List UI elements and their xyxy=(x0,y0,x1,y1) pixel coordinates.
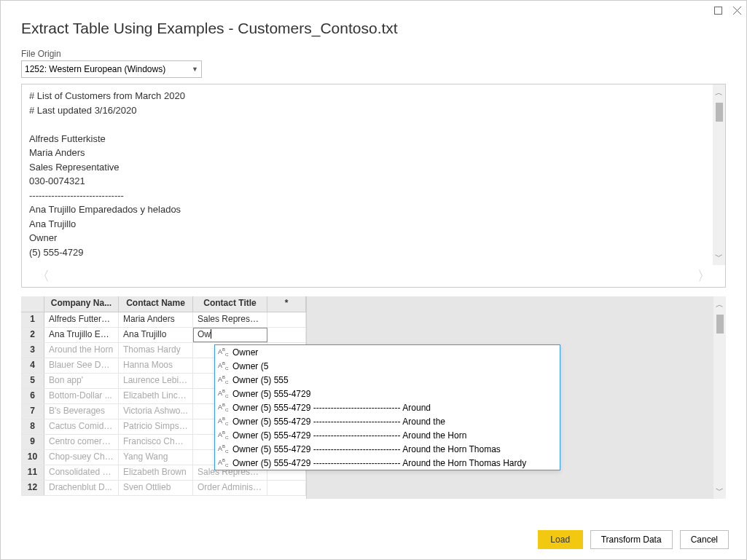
table-row[interactable]: 2Ana Trujillo Em...Ana TrujilloOw xyxy=(21,328,306,343)
autocomplete-text: Owner (5 xyxy=(232,361,268,371)
grid-header-add[interactable]: * xyxy=(267,296,306,312)
autocomplete-item[interactable]: ABCOwner (5) 555-4729 xyxy=(215,387,560,401)
maximize-icon[interactable] xyxy=(714,4,723,13)
row-number: 6 xyxy=(21,389,44,403)
cell-empty[interactable] xyxy=(267,312,306,327)
cell-contact[interactable]: Ana Trujillo xyxy=(119,328,193,342)
autocomplete-text: Owner (5) 555-4729 xyxy=(232,389,310,399)
autocomplete-text: Owner (5) 555-4729 ---------------------… xyxy=(232,403,431,413)
transform-data-button[interactable]: Transform Data xyxy=(590,530,673,549)
scroll-thumb[interactable] xyxy=(716,103,723,122)
scroll-right-icon[interactable]: 〉 xyxy=(697,267,711,285)
row-number: 5 xyxy=(21,374,44,388)
grid-vertical-scrollbar[interactable]: ︿ ﹀ xyxy=(713,296,726,499)
preview-line: # List of Customers from March 2020 xyxy=(29,89,718,103)
cell-contact[interactable]: Francisco Chang xyxy=(119,435,193,449)
file-origin-value: 1252: Western European (Windows) xyxy=(25,64,165,74)
autocomplete-text: Owner (5) 555 xyxy=(232,375,289,385)
preview-line: ------------------------------ xyxy=(29,259,718,264)
cancel-button[interactable]: Cancel xyxy=(680,530,729,549)
preview-line: Sales Representative xyxy=(29,160,718,175)
cell-contact[interactable]: Elizabeth Lincoln xyxy=(119,389,193,403)
row-number: 11 xyxy=(21,465,44,480)
cell-company[interactable]: Drachenblut D... xyxy=(44,481,119,495)
dialog-window: Extract Table Using Examples - Customers… xyxy=(0,0,747,560)
cell-company[interactable]: Bottom-Dollar ... xyxy=(44,389,119,403)
chevron-down-icon: ▼ xyxy=(192,66,198,73)
autocomplete-item[interactable]: ABCOwner (5) 555-4729 ------------------… xyxy=(215,428,560,442)
row-number: 7 xyxy=(21,404,44,419)
preview-line xyxy=(29,117,718,132)
autocomplete-item[interactable]: ABCOwner (5) 555-4729 ------------------… xyxy=(215,456,560,470)
preview-line: Maria Anders xyxy=(29,146,718,160)
cell-contact[interactable]: Elizabeth Brown xyxy=(119,465,193,480)
example-grid: Company Na... Contact Name Contact Title… xyxy=(21,296,726,499)
autocomplete-text: Owner (5) 555-4729 ---------------------… xyxy=(232,417,445,427)
preview-line: ------------------------------ xyxy=(29,189,718,203)
cell-company[interactable]: Around the Horn xyxy=(44,343,119,358)
cell-company[interactable]: Chop-suey Chi... xyxy=(44,450,119,465)
load-button[interactable]: Load xyxy=(538,530,583,549)
close-icon[interactable] xyxy=(733,4,742,13)
autocomplete-item[interactable]: ABCOwner (5) 555-4729 ------------------… xyxy=(215,442,560,456)
autocomplete-item[interactable]: ABCOwner xyxy=(215,345,560,359)
grid-header-company[interactable]: Company Na... xyxy=(44,296,119,312)
cell-company[interactable]: B's Beverages xyxy=(44,404,119,419)
preview-line: (5) 555-4729 xyxy=(29,245,718,260)
cell-title[interactable]: Order Administ... xyxy=(193,481,267,495)
autocomplete-item[interactable]: ABCOwner (5) 555-4729 ------------------… xyxy=(215,401,560,414)
cell-contact[interactable]: Thomas Hardy xyxy=(119,343,193,358)
file-origin-label: File Origin xyxy=(21,49,726,59)
scroll-up-icon[interactable]: ︿ xyxy=(715,84,723,101)
scroll-down-icon[interactable]: ﹀ xyxy=(716,482,724,499)
scroll-thumb[interactable] xyxy=(716,315,724,334)
footer-buttons: Load Transform Data Cancel xyxy=(538,530,729,549)
preview-horizontal-scrollbar[interactable]: 〈 〉 xyxy=(22,265,725,287)
cell-company[interactable]: Bon app' xyxy=(44,374,119,388)
table-row[interactable]: 1Alfreds Futterki...Maria AndersSales Re… xyxy=(21,312,306,328)
cell-title[interactable]: Ow xyxy=(193,328,267,342)
cell-contact[interactable]: Victoria Ashwo... xyxy=(119,404,193,419)
text-type-icon: ABC xyxy=(218,389,228,398)
text-type-icon: ABC xyxy=(218,444,228,454)
autocomplete-item[interactable]: ABCOwner (5) 555-4729 ------------------… xyxy=(215,414,560,428)
scroll-up-icon[interactable]: ︿ xyxy=(716,296,724,313)
preview-line: Ana Trujillo xyxy=(29,217,718,232)
cell-contact[interactable]: Maria Anders xyxy=(119,312,193,327)
preview-text[interactable]: # List of Customers from March 2020# Las… xyxy=(22,84,725,264)
cell-contact[interactable]: Hanna Moos xyxy=(119,358,193,373)
file-origin-dropdown[interactable]: 1252: Western European (Windows) ▼ xyxy=(21,60,202,78)
cell-company[interactable]: Blauer See Deli... xyxy=(44,358,119,373)
text-type-icon: ABC xyxy=(218,403,228,412)
cell-contact[interactable]: Patricio Simpson xyxy=(119,419,193,434)
preview-line: # Last updated 3/16/2020 xyxy=(29,103,718,118)
cell-company[interactable]: Alfreds Futterki... xyxy=(44,312,119,327)
row-number: 3 xyxy=(21,343,44,358)
grid-header-title[interactable]: Contact Title xyxy=(193,296,267,312)
table-row[interactable]: 12Drachenblut D...Sven OttliebOrder Admi… xyxy=(21,481,306,496)
autocomplete-popup: ABCOwnerABCOwner (5ABCOwner (5) 555ABCOw… xyxy=(214,344,560,470)
text-type-icon: ABC xyxy=(218,458,228,468)
cell-contact[interactable]: Sven Ottlieb xyxy=(119,481,193,495)
cell-company[interactable]: Ana Trujillo Em... xyxy=(44,328,119,342)
cell-contact[interactable]: Yang Wang xyxy=(119,450,193,465)
grid-header-rownum[interactable] xyxy=(21,296,44,312)
autocomplete-item[interactable]: ABCOwner (5 xyxy=(215,359,560,373)
row-number: 4 xyxy=(21,358,44,373)
preview-line: Alfreds Futterkiste xyxy=(29,132,718,146)
preview-line: Ana Trujillo Emparedados y helados xyxy=(29,202,718,217)
grid-header-contact[interactable]: Contact Name xyxy=(119,296,193,312)
scroll-left-icon[interactable]: 〈 xyxy=(36,267,50,285)
cell-empty[interactable] xyxy=(267,481,306,495)
cell-title[interactable]: Sales Represen... xyxy=(193,312,267,327)
preview-vertical-scrollbar[interactable]: ︿ ﹀ xyxy=(713,84,725,265)
cell-company[interactable]: Consolidated H... xyxy=(44,465,119,480)
cell-company[interactable]: Centro comerci... xyxy=(44,435,119,449)
text-type-icon: ABC xyxy=(218,417,228,426)
scroll-down-icon[interactable]: ﹀ xyxy=(715,248,723,265)
autocomplete-item[interactable]: ABCOwner (5) 555 xyxy=(215,373,560,387)
cell-company[interactable]: Cactus Comida... xyxy=(44,419,119,434)
cell-empty[interactable] xyxy=(267,328,306,342)
preview-line: Owner xyxy=(29,231,718,245)
cell-contact[interactable]: Laurence Lebih... xyxy=(119,374,193,388)
